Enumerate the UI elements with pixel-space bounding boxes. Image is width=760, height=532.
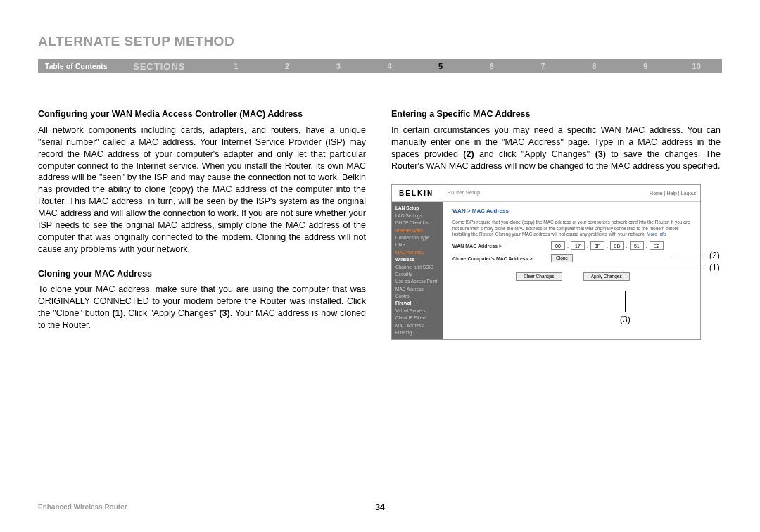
sidebar-connection-type[interactable]: Connection Type — [395, 234, 439, 241]
section-2[interactable]: 2 — [262, 62, 313, 70]
section-5[interactable]: 5 — [415, 62, 467, 70]
left-column: Configuring your WAN Media Access Contro… — [38, 108, 366, 344]
para-clone-mac: To clone your MAC address, make sure tha… — [38, 284, 366, 331]
sidebar-client-ip[interactable]: Client IP Filters — [395, 315, 439, 322]
sidebar-access-point[interactable]: Use as Access Point — [395, 278, 439, 285]
sidebar-channel-ssid[interactable]: Channel and SSID — [395, 264, 439, 271]
callout-1: (1) — [709, 262, 720, 273]
section-7[interactable]: 7 — [517, 62, 569, 70]
heading-clone-mac: Cloning your MAC Address — [38, 268, 366, 280]
para-enter-mac: In certain circumstances you may need a … — [391, 125, 721, 172]
sections-label: SECTIONS — [133, 61, 210, 72]
right-column: Entering a Specific MAC Address In certa… — [391, 108, 722, 344]
page-title: ALTERNATE SETUP METHOD — [38, 34, 722, 49]
sidebar-lan-setup[interactable]: LAN Setup — [395, 205, 439, 212]
sidebar-virtual-servers[interactable]: Virtual Servers — [395, 308, 439, 315]
section-6[interactable]: 6 — [467, 62, 518, 70]
brand-subtitle: Router Setup — [441, 189, 480, 197]
apply-changes-button[interactable]: Apply Changes — [583, 272, 630, 281]
para-configure-mac: All network components including cards, … — [38, 125, 366, 255]
section-8[interactable]: 8 — [569, 62, 620, 70]
mac-field-3[interactable]: 3F — [590, 241, 604, 250]
mac-field-6[interactable]: E2 — [650, 241, 664, 250]
clear-changes-button[interactable]: Clear Changes — [516, 272, 562, 281]
sidebar-internet-wan[interactable]: Internet WAN — [395, 227, 439, 234]
sidebar-dns[interactable]: DNS — [395, 241, 439, 248]
sidebar-mac-address[interactable]: MAC Address — [395, 249, 439, 256]
sidebar-mac-filtering[interactable]: MAC Address Filtering — [395, 322, 439, 337]
callout-2: (2) — [709, 250, 720, 261]
sidebar-security[interactable]: Security — [395, 271, 439, 278]
page-footer: Enhanced Wireless Router 34 — [38, 503, 722, 511]
page-description: Some ISPs require that you clone (copy) … — [452, 220, 692, 237]
sidebar-lan-settings[interactable]: LAN Settings — [395, 213, 439, 220]
mac-field-1[interactable]: 00 — [551, 241, 565, 250]
section-9[interactable]: 9 — [620, 62, 671, 70]
footer-product: Enhanced Wireless Router — [38, 503, 127, 511]
clone-mac-label: Clone Computer's MAC Address > — [452, 255, 551, 262]
clone-button[interactable]: Clone — [551, 254, 573, 262]
toc-link[interactable]: Table of Contents — [38, 63, 133, 70]
top-links[interactable]: Home | Help | Logout — [650, 190, 700, 196]
brand-logo: BELKIN — [392, 185, 441, 201]
section-3[interactable]: 3 — [312, 62, 364, 70]
sidebar-dhcp-list[interactable]: DHCP Client List — [395, 220, 439, 227]
section-4[interactable]: 4 — [364, 62, 415, 70]
callout-3: (3) — [620, 314, 631, 325]
breadcrumb: WAN > MAC Address — [452, 208, 693, 215]
mac-field-4[interactable]: 9B — [610, 241, 624, 250]
wan-mac-label: WAN MAC Address > — [452, 243, 551, 249]
sidebar-mac-control[interactable]: MAC Address Control — [395, 286, 439, 300]
heading-configure-mac: Configuring your WAN Media Access Contro… — [38, 108, 366, 120]
mac-input-group: 00. 17. 3F. 9B. 51. E2 — [551, 241, 664, 250]
section-nav: Table of Contents SECTIONS 1 2 3 4 5 6 7… — [38, 59, 722, 73]
section-10[interactable]: 10 — [671, 62, 722, 70]
section-1[interactable]: 1 — [210, 62, 262, 70]
sidebar-wireless[interactable]: Wireless — [395, 256, 439, 263]
router-ui-screenshot: BELKIN Router Setup Home | Help | Logout… — [391, 184, 701, 340]
more-info-link[interactable]: More Info — [647, 232, 666, 236]
page-number: 34 — [375, 502, 384, 512]
mac-field-2[interactable]: 17 — [571, 241, 585, 250]
sidebar: LAN Setup LAN Settings DHCP Client List … — [392, 202, 443, 339]
sidebar-firewall[interactable]: Firewall — [395, 300, 439, 307]
mac-field-5[interactable]: 51 — [630, 241, 644, 250]
heading-enter-mac: Entering a Specific MAC Address — [391, 108, 722, 120]
